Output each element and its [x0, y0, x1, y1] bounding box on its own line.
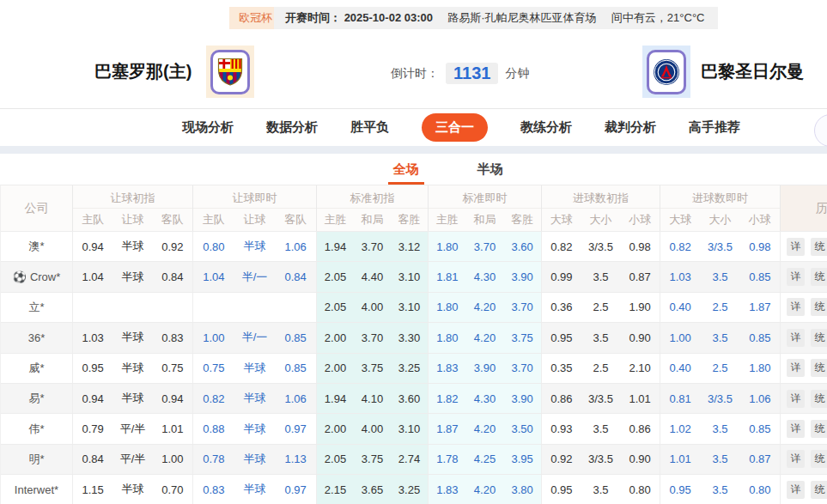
odds-value: 2.05 [317, 270, 354, 283]
company-name: Crow* [30, 270, 60, 283]
table-row: 易*0.94半球0.940.82半球1.061.944.103.601.824.… [1, 383, 827, 413]
detail-button[interactable]: 详 [787, 329, 805, 347]
countdown-label: 倒计时： [391, 66, 439, 82]
tab-live-analysis[interactable]: 现场分析 [182, 119, 234, 136]
odds-value: 半球 [112, 482, 152, 497]
odds-value: 0.92 [153, 240, 192, 253]
odds-value: 2.00 [317, 331, 354, 344]
odds-value: 3.70 [354, 240, 391, 253]
odds-value: 2.00 [317, 361, 354, 374]
history-cell: 详统 [781, 475, 827, 504]
odds-value: 3/3.5 [581, 240, 621, 253]
subtab-half-match[interactable]: 半场 [472, 161, 508, 185]
detail-button[interactable]: 详 [787, 481, 805, 499]
odds-value: 3.5 [700, 270, 739, 283]
floating-button[interactable] [814, 114, 827, 147]
table-row: 明*0.84平/半1.000.78半球1.132.053.752.741.784… [1, 444, 827, 474]
odds-value: 半球 [234, 391, 276, 406]
company-cell: 伟* [1, 414, 73, 443]
odds-value: 3.60 [391, 392, 428, 405]
odds-value: 0.85 [740, 422, 780, 435]
company-name: 易* [28, 391, 44, 406]
detail-button[interactable]: 详 [787, 420, 805, 438]
odds-value: 3.25 [391, 483, 428, 496]
tab-coach-analysis[interactable]: 教练分析 [520, 119, 572, 136]
stats-button[interactable]: 统 [811, 450, 827, 468]
stats-button[interactable]: 统 [811, 298, 827, 316]
odds-group: 1.834.203.80 [429, 475, 542, 504]
detail-button[interactable]: 详 [787, 238, 805, 256]
divider-band [0, 146, 827, 154]
odds-value: 1.04 [73, 270, 112, 283]
stats-button[interactable]: 统 [811, 481, 827, 499]
odds-value: 1.00 [193, 331, 234, 344]
odds-value: 1.01 [620, 392, 660, 405]
company-name: 澳* [28, 239, 44, 254]
col-header: 和局 [466, 212, 504, 228]
detail-button[interactable]: 详 [787, 268, 805, 286]
odds-value: 0.90 [620, 331, 660, 344]
home-team-logo [206, 46, 254, 98]
tab-data-analysis[interactable]: 数据分析 [266, 119, 318, 136]
odds-value: 4.20 [466, 422, 504, 435]
odds-value: 0.40 [660, 361, 700, 374]
stats-button[interactable]: 统 [811, 390, 827, 408]
odds-value: 3.90 [503, 392, 541, 405]
odds-value: 3.5 [581, 422, 621, 435]
subtab-full-match[interactable]: 全场 [388, 161, 424, 185]
tab-three-in-one[interactable]: 三合一 [422, 113, 488, 142]
odds-value: 1.83 [429, 483, 466, 496]
odds-value: 1.80 [429, 301, 466, 313]
odds-group [193, 293, 317, 322]
odds-group: 0.863/3.51.01 [542, 384, 660, 413]
stats-button[interactable]: 统 [811, 420, 827, 438]
col-group-handicap-initial: 让球初指 主队 让球 客队 [73, 185, 193, 231]
detail-button[interactable]: 详 [787, 450, 805, 468]
history-cell: 详统 [781, 445, 827, 474]
odds-value: 0.35 [542, 361, 581, 374]
odds-value: 半球 [112, 330, 152, 345]
odds-group: 1.023.50.85 [660, 414, 781, 443]
col-group-handicap-live: 让球即时 主队 让球 客队 [193, 185, 317, 231]
odds-group: 1.003.50.85 [660, 323, 781, 352]
tab-referee-analysis[interactable]: 裁判分析 [605, 119, 656, 136]
detail-button[interactable]: 详 [787, 298, 805, 316]
odds-value: 3.10 [391, 301, 428, 313]
tab-expert-recommend[interactable]: 高手推荐 [689, 119, 740, 136]
venue-text: 路易斯·孔帕尼奥林匹亚体育场 [447, 11, 596, 24]
stats-button[interactable]: 统 [811, 359, 827, 377]
odds-value: 1.01 [660, 452, 700, 465]
stats-button[interactable]: 统 [811, 238, 827, 256]
odds-group: 1.803.703.60 [429, 232, 542, 261]
detail-button[interactable]: 详 [787, 390, 805, 408]
odds-value: 3.30 [391, 331, 428, 344]
odds-value: 0.83 [153, 331, 192, 344]
stats-button[interactable]: 统 [811, 268, 827, 286]
odds-group: 0.953.50.80 [542, 475, 660, 504]
odds-group: 0.933.50.86 [542, 414, 660, 443]
odds-value: 1.01 [153, 422, 192, 435]
kickoff-label: 开赛时间： [285, 11, 341, 24]
odds-group: 1.03半球0.83 [73, 323, 193, 352]
odds-value: 0.93 [542, 422, 581, 435]
odds-group: 1.784.253.95 [429, 445, 542, 474]
odds-value: 4.00 [354, 301, 391, 313]
company-cell: 威* [1, 354, 73, 383]
odds-value: 2.00 [317, 422, 354, 435]
col-header: 主队 [193, 212, 234, 228]
odds-value: 1.94 [317, 240, 354, 253]
odds-value: 3.75 [354, 361, 391, 374]
tab-win-draw-lose[interactable]: 胜平负 [350, 119, 389, 136]
col-header: 大球 [660, 212, 700, 228]
odds-value: 4.25 [466, 452, 504, 465]
col-header: 客队 [275, 212, 316, 228]
odds-value: 3.70 [466, 240, 504, 253]
company-cell: 立* [1, 293, 73, 322]
odds-group: 0.362.51.90 [542, 293, 660, 322]
odds-value: 1.06 [740, 392, 780, 405]
table-row: 伟*0.79平/半1.010.88半球0.972.004.003.101.874… [1, 413, 827, 443]
table-row: ⚽Crow*1.04半球0.841.04半/一0.842.054.403.101… [1, 261, 827, 291]
detail-button[interactable]: 详 [787, 359, 805, 377]
col-header: 大小 [581, 212, 621, 228]
stats-button[interactable]: 统 [811, 329, 827, 347]
